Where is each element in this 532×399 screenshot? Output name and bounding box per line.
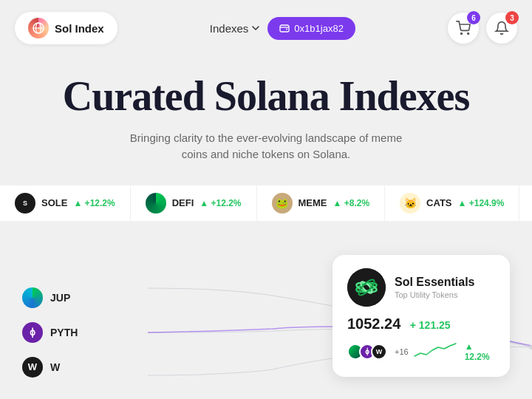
card-footer: ϕ W +16 ▲ 12.2% — [347, 340, 495, 364]
sol-index-logo-icon — [28, 18, 49, 38]
ticker-cats-name: CATS — [426, 197, 451, 208]
ticker-strip: S SOLE ▲ +12.2% DEFI ▲ +12.2% 🐸 MEME ▲ +… — [0, 185, 532, 221]
w-icon: W — [22, 357, 43, 378]
ticker-meme-change: ▲ +8.2% — [333, 198, 370, 208]
hero-subtitle: Bringing clarity to the ever-evolving la… — [0, 130, 532, 163]
ticker-defi[interactable]: DEFI ▲ +12.2% — [131, 185, 257, 221]
svg-point-8 — [347, 268, 386, 307]
card-subtitle: Top Utility Tokens — [395, 290, 475, 299]
avatar-3: W — [371, 344, 387, 360]
sol-essentials-card[interactable]: Sol Essentials Top Utility Tokens 1052.2… — [332, 255, 510, 377]
navbar: Sol Index Indexes 0x1b1jax82 6 3 — [15, 12, 517, 44]
card-percent: ▲ 12.2% — [465, 341, 495, 362]
card-change: + 121.25 — [410, 319, 451, 331]
nav-actions: 6 3 — [448, 13, 517, 44]
logo-text: Sol Index — [55, 22, 104, 35]
cart-button[interactable]: 6 — [448, 13, 479, 44]
svg-point-6 — [468, 33, 469, 35]
card-title: Sol Essentials — [395, 276, 475, 289]
chart-token-w: W W — [22, 357, 126, 378]
svg-point-5 — [461, 33, 463, 35]
card-avatars: ϕ W — [347, 344, 383, 360]
cart-badge: 6 — [467, 11, 480, 24]
ticker-defi-name: DEFI — [172, 197, 194, 208]
bell-button[interactable]: 3 — [486, 13, 517, 44]
hero-title: Curated Solana Indexes — [0, 74, 532, 120]
pyth-icon: ϕ — [22, 322, 43, 343]
card-price: 1052.24 — [347, 316, 400, 332]
ticker-defi-change: ▲ +12.2% — [200, 198, 241, 208]
chart-token-pyth: ϕ PYTH — [22, 322, 126, 343]
ticker-cats-change: ▲ +124.9% — [458, 198, 505, 208]
svg-point-4 — [286, 29, 287, 30]
nav-center: Indexes 0x1b1jax82 — [210, 17, 355, 40]
ticker-sole-name: SOLE — [41, 197, 67, 208]
sole-icon: S — [15, 193, 35, 214]
jup-icon — [22, 287, 43, 308]
bell-badge: 3 — [505, 11, 519, 24]
nav-logo[interactable]: Sol Index — [15, 12, 117, 44]
ticker-sole[interactable]: S SOLE ▲ +12.2% — [0, 185, 131, 221]
chart-token-list: JUP ϕ PYTH W W — [0, 266, 148, 399]
card-icon — [347, 268, 386, 307]
ticker-sole-change: ▲ +12.2% — [73, 198, 115, 208]
wallet-button[interactable]: 0x1b1jax82 — [267, 17, 355, 40]
card-price-row: 1052.24 + 121.25 — [347, 316, 495, 332]
card-plus-count: +16 — [395, 347, 409, 356]
ticker-dogs[interactable]: 🐶 DOGS ▲ +11.3% — [519, 185, 532, 221]
chart-token-jup: JUP — [22, 287, 126, 308]
card-mini-chart — [413, 340, 457, 364]
meme-icon: 🐸 — [272, 193, 293, 214]
ticker-meme[interactable]: 🐸 MEME ▲ +8.2% — [257, 185, 386, 221]
defi-icon — [146, 193, 166, 214]
cats-icon: 🐱 — [400, 193, 420, 214]
card-info: Sol Essentials Top Utility Tokens — [395, 276, 475, 299]
card-header: Sol Essentials Top Utility Tokens — [347, 268, 495, 307]
ticker-cats[interactable]: 🐱 CATS ▲ +124.9% — [385, 185, 519, 221]
ticker-meme-name: MEME — [299, 197, 327, 208]
indexes-dropdown-button[interactable]: Indexes — [210, 22, 261, 35]
svg-rect-3 — [280, 25, 289, 32]
